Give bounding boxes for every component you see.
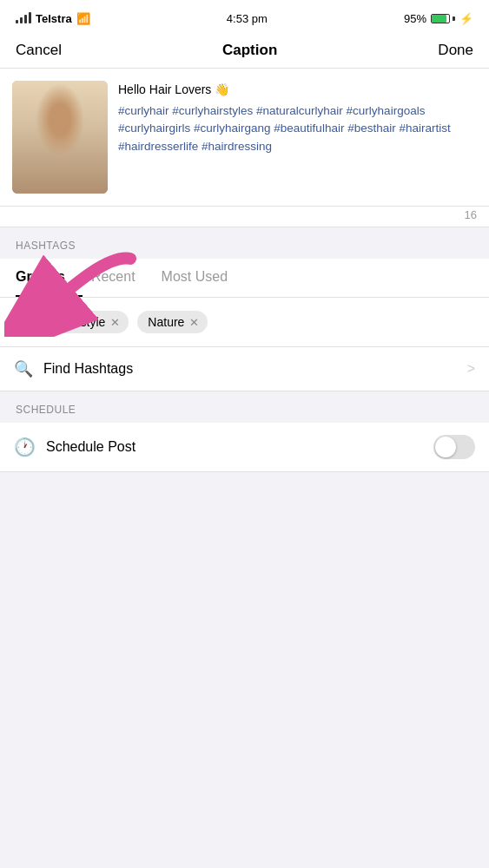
tab-row: Groups Recent Most Used: [0, 259, 489, 298]
schedule-row: 🕐 Schedule Post: [0, 423, 489, 472]
chip-lifestyle-label: Lifestyle: [61, 315, 105, 329]
clock-icon: 🕐: [14, 437, 36, 457]
chip-lifestyle[interactable]: Lifestyle ✕: [50, 311, 129, 333]
chip-nature-remove[interactable]: ✕: [189, 316, 199, 329]
char-count: 16: [0, 207, 489, 227]
status-right: 95% ⚡: [404, 12, 473, 25]
caption-text: Hello Hair Lovers 👋 #curlyhair #curlyhai…: [118, 81, 477, 194]
search-icon: 🔍: [14, 359, 33, 378]
chip-lifestyle-remove[interactable]: ✕: [110, 316, 120, 329]
status-bar: Telstra 📶 4:53 pm 95% ⚡: [0, 0, 489, 35]
wifi-icon: 📶: [76, 12, 90, 25]
carrier-label: Telstra: [36, 12, 72, 25]
status-left: Telstra 📶: [16, 12, 90, 25]
caption-section: Hello Hair Lovers 👋 #curlyhair #curlyhai…: [0, 69, 489, 207]
schedule-toggle[interactable]: [433, 435, 475, 459]
find-hashtags-row[interactable]: 🔍 Find Hashtags >: [0, 347, 489, 391]
chip-nature-label: Nature: [148, 315, 184, 329]
chip-nature[interactable]: Nature ✕: [137, 311, 208, 333]
caption-hashtags: #curlyhair #curlyhairstyles #naturalcurl…: [118, 102, 477, 155]
add-group-button[interactable]: +: [14, 308, 42, 336]
hashtags-section-label: HASHTAGS: [0, 227, 489, 259]
cancel-button[interactable]: Cancel: [16, 42, 62, 59]
caption-image: [12, 81, 108, 194]
chips-row: + Lifestyle ✕ Nature ✕: [0, 298, 489, 347]
nav-bar: Cancel Caption Done: [0, 35, 489, 69]
nav-title: Caption: [222, 42, 277, 59]
schedule-section-label: SCHEDULE: [0, 391, 489, 423]
chevron-right-icon: >: [467, 361, 475, 377]
battery-icon: [431, 14, 455, 23]
signal-bars-icon: [16, 13, 31, 23]
caption-image-figure: [12, 81, 108, 194]
tab-recent[interactable]: Recent: [91, 259, 153, 297]
caption-greeting: Hello Hair Lovers 👋: [118, 81, 477, 99]
battery-percent: 95%: [404, 12, 426, 25]
tab-groups[interactable]: Groups: [16, 259, 83, 297]
charging-icon: ⚡: [459, 12, 473, 25]
chips-container: + Lifestyle ✕ Nature ✕: [0, 298, 489, 347]
done-button[interactable]: Done: [438, 42, 473, 59]
find-hashtags-label: Find Hashtags: [43, 361, 457, 377]
schedule-post-label: Schedule Post: [46, 439, 423, 455]
plus-icon: +: [23, 312, 33, 332]
status-time: 4:53 pm: [227, 12, 268, 25]
toggle-knob: [435, 437, 456, 457]
tab-most-used[interactable]: Most Used: [162, 259, 245, 297]
